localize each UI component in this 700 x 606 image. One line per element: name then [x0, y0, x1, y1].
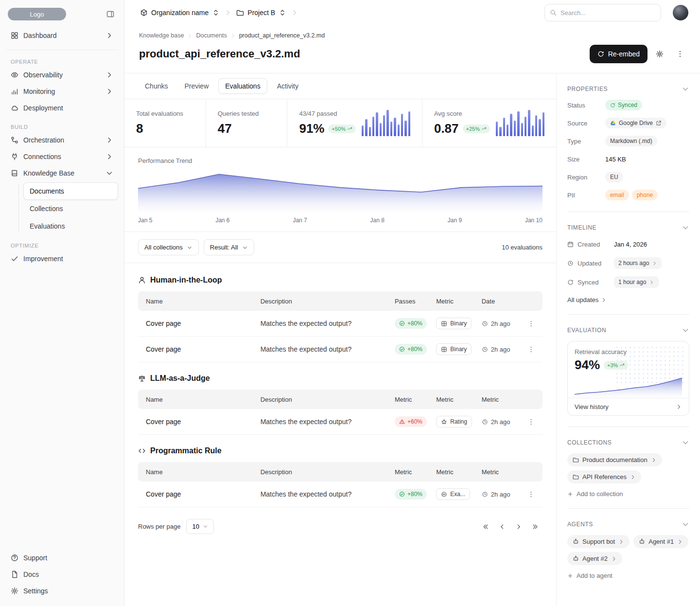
title-row: product_api_reference_v3.2.md Re-embed: [139, 45, 688, 63]
sidebar-item-evaluations[interactable]: Evaluations: [23, 217, 118, 235]
add-to-collection-button[interactable]: Add to collection: [567, 490, 623, 498]
section-label-build: BUILD: [11, 124, 113, 130]
cell-date: 2h ago: [482, 346, 521, 353]
table-row: Cover page Matches the expected output? …: [138, 409, 542, 435]
x-tick: Jan 9: [448, 217, 462, 224]
breadcrumb-knowledge-base[interactable]: Knowledge base: [139, 32, 184, 39]
gear-icon: [11, 587, 18, 595]
group-human-in-the-loop: Human-in-the-Loop Name Description Passe…: [138, 276, 542, 362]
add-to-agent-button[interactable]: Add to agent: [567, 572, 612, 579]
sidebar-item-connections[interactable]: Connections: [6, 148, 118, 165]
group-programmatic-rule: Programmatic Rule Name Description Metri…: [138, 446, 542, 507]
collection-chip-product-documentation[interactable]: Product documentation: [567, 453, 662, 466]
sidebar-item-settings[interactable]: Settings: [6, 583, 118, 599]
row-menu-button[interactable]: [527, 346, 535, 353]
org-switcher[interactable]: Organization name: [140, 9, 220, 17]
external-link-icon: [656, 120, 662, 126]
sidebar-item-desployment[interactable]: Desployment: [6, 100, 118, 116]
collection-chip-api-references[interactable]: API References: [567, 470, 641, 483]
sidebar-header: Logo: [0, 0, 124, 26]
table-header: Name Description Passes Metric Date: [138, 291, 542, 311]
next-page-button[interactable]: [511, 519, 526, 534]
app: Logo Dashboard OPERATE Observability: [0, 0, 700, 606]
chevron-down-icon[interactable]: [682, 224, 689, 232]
kebab-menu-icon: [676, 50, 684, 58]
stat-label: Queries tested: [218, 110, 259, 117]
x-tick: Jan 8: [370, 217, 385, 224]
column-header: Passes: [395, 298, 436, 305]
row-menu-button[interactable]: [527, 320, 535, 327]
stats-row: Total evaluations 8 Queries tested 47 43…: [124, 99, 556, 147]
topbar-breadcrumb: Organization name Project B: [140, 9, 541, 17]
tab-chunks[interactable]: Chunks: [138, 78, 175, 94]
sidebar-item-knowledge-base[interactable]: Knowledge Base: [6, 165, 118, 181]
warning-triangle-icon: [399, 419, 405, 425]
sidebar-item-dashboard[interactable]: Dashboard: [6, 27, 118, 44]
plus-icon: [567, 491, 573, 497]
sidebar-item-label: Support: [23, 554, 113, 562]
sidebar-item-improvement[interactable]: Improvement: [6, 250, 118, 267]
sidebar-item-documents[interactable]: Documents: [23, 182, 118, 200]
logo-label: Logo: [30, 11, 44, 18]
breadcrumb: Knowledge base Documents product_api_ref…: [139, 32, 688, 39]
x-tick: Jan 10: [525, 217, 542, 224]
filter-bar: All collections Result: All 10 evaluatio…: [124, 232, 556, 263]
table-row: Cover page Matches the expected output? …: [138, 337, 542, 362]
chevron-down-icon[interactable]: [682, 439, 689, 446]
rows-per-page-select[interactable]: 10: [186, 519, 213, 534]
chevron-down-icon[interactable]: [682, 85, 689, 93]
group-title: LLM-as-a-Judge: [150, 374, 210, 383]
cell-name: Cover page: [146, 345, 261, 353]
tab-activity[interactable]: Activity: [270, 78, 305, 94]
all-updates-link[interactable]: All updates: [567, 296, 607, 303]
sidebar-item-docs[interactable]: Docs: [6, 566, 118, 583]
sidebar-item-support[interactable]: Support: [6, 550, 118, 566]
sidebar-item-orchestration[interactable]: Orchestration: [6, 132, 118, 148]
details-panel: PROPERTIES Status Synced Source Google D…: [556, 73, 700, 606]
scale-icon: [138, 374, 146, 382]
sidebar-collapse-button[interactable]: [105, 8, 116, 20]
chevron-right-icon: [105, 32, 113, 39]
sidebar-item-monitoring[interactable]: Monitoring: [6, 83, 118, 100]
cell-date: 2h ago: [482, 418, 521, 426]
chevron-right-icon: [187, 33, 192, 38]
search-input[interactable]: [560, 9, 656, 17]
tab-evaluations[interactable]: Evaluations: [218, 78, 267, 94]
row-menu-button[interactable]: [527, 491, 535, 498]
breadcrumb-documents[interactable]: Documents: [196, 32, 227, 39]
chevron-down-icon[interactable]: [682, 520, 689, 528]
first-page-button[interactable]: [478, 519, 493, 534]
row-menu-button[interactable]: [527, 418, 535, 426]
check-circle-icon: [399, 321, 405, 326]
synced-value-chip[interactable]: 1 hour ago: [614, 276, 659, 288]
cell-description: Matches the expected output?: [261, 490, 395, 498]
chevron-down-icon[interactable]: [682, 326, 689, 334]
sidebar-item-observability[interactable]: Observability: [6, 67, 118, 83]
collections-filter-dropdown[interactable]: All collections: [138, 239, 199, 255]
global-search[interactable]: [544, 4, 661, 21]
view-history-link[interactable]: View history: [568, 398, 689, 415]
project-switcher[interactable]: Project B: [236, 9, 286, 17]
metric-badge: Rating: [436, 416, 472, 428]
chevron-right-icon: [630, 474, 636, 480]
sidebar-item-label: Orchestration: [23, 136, 101, 144]
selector-updown-icon: [212, 9, 220, 17]
user-avatar[interactable]: [673, 5, 688, 20]
result-filter-dropdown[interactable]: Result: All: [204, 239, 254, 255]
breadcrumb-current: product_api_reference_v3.2.md: [239, 32, 325, 39]
sidebar-item-collections[interactable]: Collections: [23, 200, 118, 217]
previous-page-button[interactable]: [495, 519, 509, 534]
re-embed-button[interactable]: Re-embed: [590, 45, 648, 63]
content: Chunks Preview Evaluations Activity Tota…: [124, 73, 556, 606]
agent-chip-agent-1[interactable]: Agent #1: [633, 535, 688, 548]
last-page-button[interactable]: [528, 519, 542, 534]
tab-preview[interactable]: Preview: [177, 78, 215, 94]
document-settings-button[interactable]: [651, 46, 668, 62]
document-more-button[interactable]: [672, 46, 688, 62]
stat-avg-score: Avg score 0.87 +25%: [422, 99, 556, 147]
source-badge[interactable]: Google Drive: [605, 118, 666, 128]
agent-chip-agent-2[interactable]: Agent #2: [567, 552, 622, 565]
updated-value-chip[interactable]: 2 hours ago: [614, 257, 662, 269]
agent-chip-support-bot[interactable]: Support bot: [567, 535, 630, 548]
search-icon: [550, 9, 557, 16]
